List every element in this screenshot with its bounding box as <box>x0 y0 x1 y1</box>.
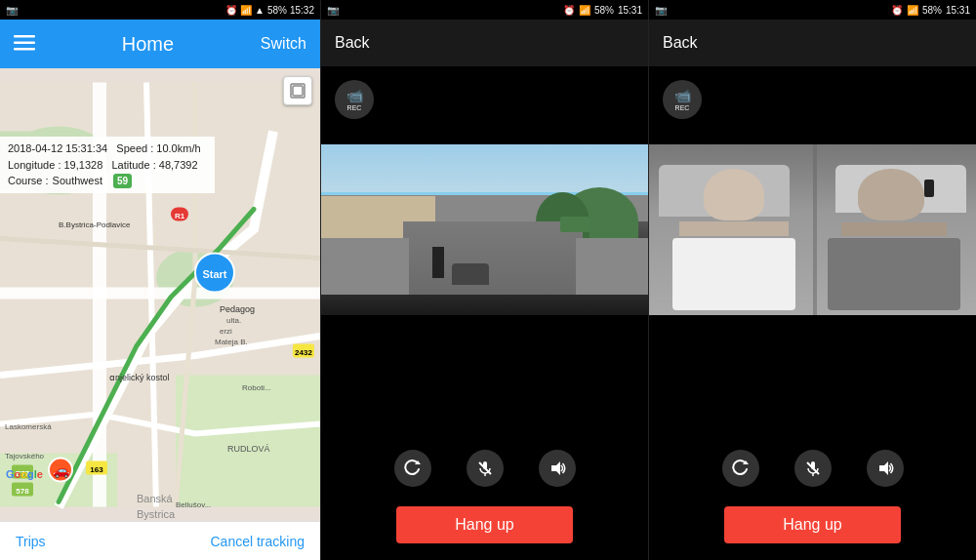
time-front: 15:31 <box>618 5 642 16</box>
speed-badge: 59 <box>113 174 132 188</box>
battery-front: 58% <box>594 5 614 16</box>
rotate-icon-interior <box>732 460 750 477</box>
camera-controls-interior <box>649 439 976 498</box>
time-text-map: 15:32 <box>290 5 314 16</box>
battery-interior: 58% <box>922 5 942 16</box>
rotate-icon-front <box>404 460 422 477</box>
back-button-front[interactable]: Back <box>335 34 370 52</box>
menu-button[interactable] <box>14 31 35 57</box>
hang-up-bar-interior: Hang up <box>649 498 976 560</box>
volume-icon-front <box>549 460 566 477</box>
rotate-button-interior[interactable] <box>722 450 759 487</box>
rec-button-front[interactable]: 📹 REC <box>335 80 374 119</box>
hamburger-icon <box>14 35 35 51</box>
switch-button[interactable]: Switch <box>261 35 306 53</box>
man-neck <box>841 222 947 237</box>
status-bar-left: 📷 <box>6 5 18 16</box>
svg-text:ulta.: ulta. <box>226 316 241 325</box>
video-icon-interior: 📹 <box>674 88 691 103</box>
svg-text:578: 578 <box>16 487 29 496</box>
map-panel: 📷 ⏰ 📶 ▲ 58% 15:32 Home Switch 2018-04-12… <box>0 0 320 560</box>
camera-front-top-bar: Back <box>321 20 648 66</box>
map-bottom-bar: Trips Cancel tracking <box>0 521 320 560</box>
svg-text:🚗: 🚗 <box>53 462 70 479</box>
info-overlay: 2018-04-12 15:31:34 Speed : 10.0km/h Lon… <box>0 137 215 193</box>
longitude-label: Longitude : <box>8 159 61 171</box>
datetime-row: 2018-04-12 15:31:34 Speed : 10.0km/h <box>8 140 207 157</box>
interior-camera-panel: 📷 ⏰ 📶 58% 15:31 Back 📹 REC <box>648 0 976 560</box>
time-interior: 15:31 <box>946 5 970 16</box>
layers-icon <box>289 82 306 100</box>
front-camera-panel: 📷 ⏰ 📶 58% 15:31 Back 📹 REC <box>320 0 648 560</box>
volume-button-front[interactable] <box>539 450 576 487</box>
svg-rect-4 <box>293 86 303 96</box>
dashcam-front-scene <box>321 144 648 315</box>
alarm-icon: ⏰ <box>225 5 237 16</box>
parked-car <box>452 263 489 285</box>
signal-icon: ▲ <box>255 5 264 16</box>
svg-text:RUDLOVÁ: RUDLOVÁ <box>227 444 270 454</box>
b-pillar <box>813 144 817 315</box>
svg-text:B.Bystrica-Podlavice: B.Bystrica-Podlavice <box>59 220 131 229</box>
svg-rect-0 <box>14 35 35 38</box>
rotate-button-front[interactable] <box>394 450 431 487</box>
wifi-icon-front: 📶 <box>579 5 590 16</box>
latitude-label: Latitude : <box>111 159 155 171</box>
mic-off-icon-front <box>476 460 494 477</box>
svg-text:Mateja B.: Mateja B. <box>215 338 248 346</box>
top-bar-map: Home Switch <box>0 20 320 68</box>
front-camera-video <box>321 144 648 315</box>
woman-body <box>672 238 796 310</box>
map-layers-button[interactable] <box>283 76 312 105</box>
woman-neck <box>679 221 790 236</box>
speed-value: 10.0km/h <box>156 142 200 154</box>
wifi-icon: 📶 <box>240 5 252 16</box>
course-label: Course : <box>8 173 49 189</box>
google-logo: Google <box>6 468 43 480</box>
car-hood <box>321 295 648 315</box>
svg-text:Pedagog: Pedagog <box>220 304 255 314</box>
status-right-front: ⏰ 📶 58% 15:31 <box>563 5 642 16</box>
svg-text:Bellušov...: Bellušov... <box>176 500 211 509</box>
camera-black-mid-front <box>321 315 648 439</box>
svg-text:Bystrica: Bystrica <box>137 508 176 520</box>
camera-icon-front: 📷 <box>327 5 339 16</box>
person-silhouette <box>432 247 444 278</box>
man-body <box>828 238 960 310</box>
status-bar-interior: 📷 ⏰ 📶 58% 15:31 <box>649 0 976 20</box>
longitude-value: 19,1328 <box>64 159 103 171</box>
svg-rect-1 <box>14 42 35 45</box>
mute-button-front[interactable] <box>467 450 504 487</box>
mute-button-interior[interactable] <box>794 450 832 487</box>
woman-head <box>704 169 764 221</box>
mic-off-icon-interior <box>804 460 822 477</box>
svg-text:2432: 2432 <box>295 348 312 357</box>
hang-up-bar-front: Hang up <box>321 498 648 560</box>
trips-button[interactable]: Trips <box>16 534 46 549</box>
speed-label: Speed : <box>116 142 153 154</box>
man-head <box>858 169 924 221</box>
video-icon-front: 📹 <box>346 88 363 103</box>
svg-text:Start: Start <box>202 268 226 280</box>
camera-black-top-interior: 📹 REC <box>649 66 976 144</box>
svg-text:163: 163 <box>90 465 103 474</box>
hang-up-button-interior[interactable]: Hang up <box>724 506 901 543</box>
rec-button-interior[interactable]: 📹 REC <box>663 80 702 119</box>
map-area[interactable]: 2018-04-12 15:31:34 Speed : 10.0km/h Lon… <box>0 68 320 521</box>
svg-text:ɑnjelický kostol: ɑnjelický kostol <box>109 373 170 382</box>
cancel-tracking-button[interactable]: Cancel tracking <box>211 534 305 549</box>
hang-up-button-front[interactable]: Hang up <box>396 506 573 543</box>
alarm-icon-interior: ⏰ <box>891 5 903 16</box>
camera-controls-front <box>321 439 648 498</box>
interior-camera-video <box>649 144 976 315</box>
svg-marker-44 <box>551 461 560 475</box>
alarm-icon-front: ⏰ <box>563 5 575 16</box>
volume-button-interior[interactable] <box>867 450 904 487</box>
svg-rect-12 <box>0 288 320 300</box>
phone <box>924 180 934 197</box>
back-button-interior[interactable]: Back <box>663 34 698 52</box>
course-row: Course : Southwest 59 <box>8 173 207 189</box>
status-right-interior: ⏰ 📶 58% 15:31 <box>891 5 970 16</box>
sky <box>321 144 648 192</box>
svg-text:Banská: Banská <box>137 493 174 504</box>
